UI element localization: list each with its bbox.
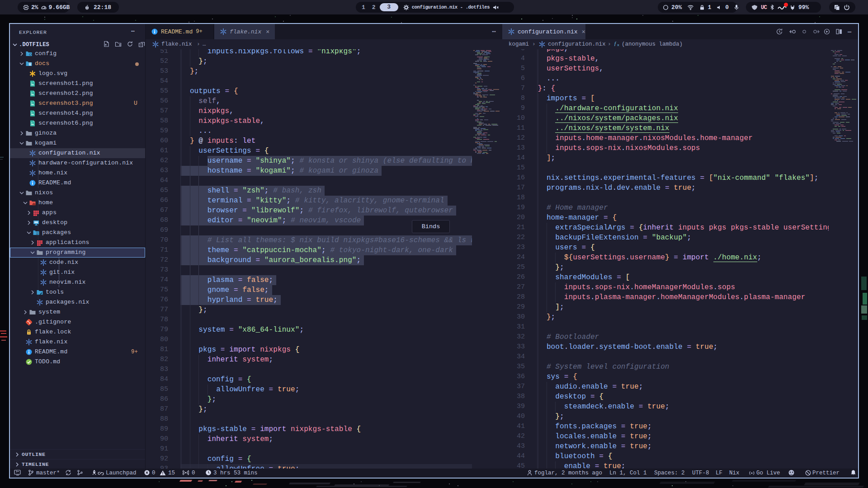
svg-text:f: f (614, 41, 617, 46)
svg-text:x: x (617, 43, 619, 47)
